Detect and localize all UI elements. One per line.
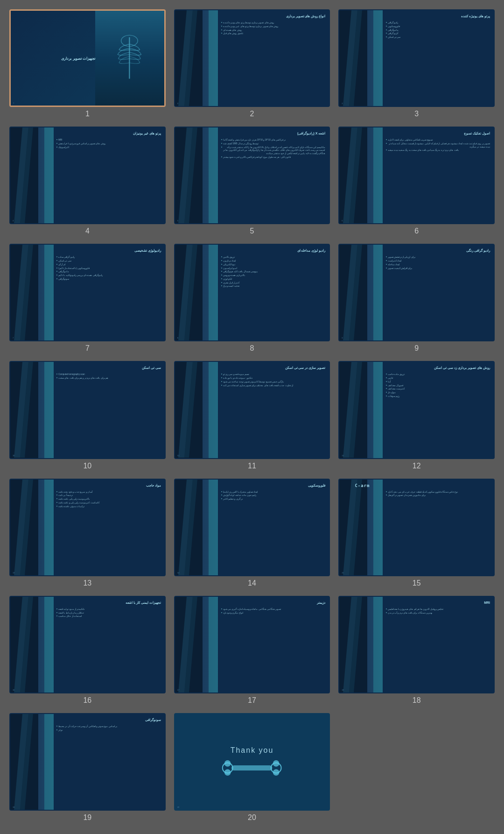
slide-footer: 7: [13, 337, 14, 339]
list-item: استفاده از حائل مناسب: [56, 615, 161, 618]
slide-wrapper-7[interactable]: رادیولوژی تشخیصی رادیو گرافی ساده سی تی …: [9, 244, 166, 353]
slide-wrapper-8[interactable]: رادیو لوژی مداخله ای تزریق باکتین ایجاد …: [174, 244, 330, 353]
slide-wrapper-20[interactable]: Thank you 20 20: [174, 713, 330, 822]
list-item: تزریق باکتین: [221, 256, 325, 259]
bullet-dot: [221, 26, 222, 27]
bullet-dot: [221, 139, 222, 140]
slide-wrapper-4[interactable]: پرتو های غیر یونیزان MRI روش های تصویر ب…: [9, 127, 166, 235]
bullet-dot: [56, 726, 57, 727]
bullet-dot: [221, 264, 222, 265]
bullet-dot: [386, 256, 387, 257]
slide-20[interactable]: Thank you 20: [174, 713, 330, 811]
list-item: مکانیسم: این دستگاه دارای لامپ و کاتد قف…: [221, 146, 325, 155]
slide-number-2: 2: [250, 110, 254, 118]
bullet-dot: [221, 278, 222, 279]
slide-footer: 4: [13, 219, 14, 222]
slide-3[interactable]: پرتو های یونیژه کننده رادیو گرافی فلوروس…: [338, 9, 495, 107]
bullet-dot: [221, 256, 222, 257]
list-item: موارد دار: [386, 391, 490, 395]
slide-16[interactable]: تجهیزات ایمنی کار با اشعه دانکیمتر از من…: [9, 596, 166, 693]
slide-9[interactable]: رادیو گرافی رنگی برای ارزیابی از درخشش ت…: [338, 244, 495, 341]
slide-4[interactable]: پرتو های غیر یونیزان MRI روش های تصویر ب…: [9, 127, 166, 224]
list-item: ماموگرافی: [56, 270, 161, 274]
list-item: بازگین جبس تجمیع توسط کامپیوتر تصویر توج…: [221, 381, 325, 384]
slide-11[interactable]: تصویر سازی در سی تی اسکن جسم میوه قفه و …: [174, 361, 330, 459]
bar-accent: [44, 714, 54, 810]
slide-7[interactable]: رادیولوژی تشخیصی رادیو گرافی ساده سی تی …: [9, 244, 166, 341]
slide-title: رادیو لوژی مداخله ای: [221, 248, 325, 253]
slide-wrapper-9[interactable]: رادیو گرافی رنگی برای ارزیابی از درخشش ت…: [338, 244, 495, 353]
list-item: باکترییومیت زایی پایی باشد باشد: [56, 498, 161, 501]
slide-number-6: 6: [414, 227, 419, 235]
bullet-dot: [221, 377, 222, 378]
slide-content: نوع خاص دستگاه فلورو سکوپی که یک قطعه حر…: [386, 491, 490, 498]
item-text: کنترست مضاعف: [388, 388, 405, 391]
item-text: کاساست کترییومیت رایی پایی و باشد باشد: [58, 502, 99, 505]
bullet-dot: [386, 381, 387, 382]
slide-footer: 20: [177, 806, 179, 808]
slide-number-14: 14: [248, 579, 256, 587]
item-text: مکانیسم: این دستگاه دارای لامپ و کاتد قف…: [223, 146, 325, 155]
slide-wrapper-3[interactable]: پرتو های یونیژه کننده رادیو گرافی فلوروس…: [338, 9, 495, 118]
bullet-dot: [386, 392, 387, 393]
bar-accent: [209, 480, 218, 575]
slide-wrapper-5[interactable]: اشعه X (رادیوگرافی) در فرکانس های 10^18 …: [174, 127, 330, 235]
slide-footer: 13: [13, 572, 14, 574]
slide-wrapper-15[interactable]: C-arm نوع خاص دستگاه فلورو سکوپی که یک ق…: [338, 479, 495, 587]
bullet-dot: [56, 498, 57, 499]
slide-6[interactable]: اصول تفکیک تسوج تسویج ضریب انعکاس متفاوت…: [338, 127, 495, 224]
slide-2[interactable]: انواع روش های تصویر برداری روش های تصویر…: [174, 9, 330, 107]
slide-wrapper-12[interactable]: روش های تصویر برداری زد سی تی اسکن تزریق…: [338, 361, 495, 470]
slide-wrapper-11[interactable]: تصویر سازی در سی تی اسکن جسم میوه قفه و …: [174, 361, 330, 470]
slide-wrapper-13[interactable]: مواد حاجب آسان و سریع جذب و دفع دهند باش…: [9, 479, 166, 587]
item-text: Computed tomography scan: [58, 373, 85, 376]
slide-10[interactable]: سی تی اسکن Computed tomography scan هم ب…: [9, 361, 166, 459]
slide-5[interactable]: اشعه X (رادیوگرافی) در فرکانس های 10^18 …: [174, 127, 330, 224]
slide-wrapper-19[interactable]: سونوگرافی بر اساس موج صوتی و انعکاس آن و…: [9, 713, 166, 822]
bullet-dot: [386, 149, 387, 150]
bullet-dot: [56, 268, 57, 269]
slide-13[interactable]: مواد حاجب آسان و سریع جذب و دفع دهند باش…: [9, 479, 166, 576]
slide-8[interactable]: رادیو لوژی مداخله ای تزریق باکتین ایجاد …: [174, 244, 330, 341]
slide-14[interactable]: فلوروسکوپی ایجاد تصاویر متحرک با اکس ری …: [174, 479, 330, 576]
bullet-dot: [56, 275, 57, 276]
item-text: سی تی اسکن: [388, 36, 401, 39]
slide-number-9: 9: [414, 344, 419, 353]
slide-18[interactable]: MRI تقایص پروفیل اکترون ها هر اتم های هی…: [338, 596, 495, 693]
list-item: باکتریاری هسته ویروس: [221, 274, 325, 277]
item-text: کنترل ادرار مغزی: [223, 282, 240, 285]
slide-wrapper-2[interactable]: انواع روش های تصویر برداری روش های تصویر…: [174, 9, 330, 118]
item-text: استفاده از حائل مناسب: [58, 615, 82, 618]
bullet-dot: [56, 264, 57, 265]
bar-accent: [44, 245, 54, 340]
bullet-dot: [221, 498, 222, 499]
slide-17[interactable]: دزیمتر تصویر هنگامی هنگامی ماهانه و وسیل…: [174, 596, 330, 693]
slide-wrapper-17[interactable]: دزیمتر تصویر هنگامی هنگامی ماهانه و وسیل…: [174, 596, 330, 705]
bullet-dot: [221, 29, 222, 30]
slide-wrapper-6[interactable]: اصول تفکیک تسوج تسویج ضریب انعکاس متفاوت…: [338, 127, 495, 235]
bullet-dot: [221, 271, 222, 272]
slide-wrapper-18[interactable]: MRI تقایص پروفیل اکترون ها هر اتم های هی…: [338, 596, 495, 705]
slide-15[interactable]: C-arm نوع خاص دستگاه فلورو سکوپی که یک ق…: [338, 479, 495, 576]
item-text: بازگین جبس تجمیع توسط کامپیوتر تصویر توج…: [223, 381, 284, 384]
list-item: برای ماتبورین همزمان تصویر در آلو بعل: [386, 494, 490, 497]
list-item: آنژیو گرافی: [386, 32, 490, 35]
slide-wrapper-16[interactable]: تجهیزات ایمنی کار با اشعه دانکیمتر از من…: [9, 596, 166, 705]
bullet-dot: [221, 491, 222, 492]
slide-wrapper-1[interactable]: تجهیزات تصویر برداری 1 1: [9, 9, 166, 118]
slide-12[interactable]: روش های تصویر برداری زد سی تی اسکن تزریق…: [338, 361, 495, 459]
item-text: دولر: [58, 729, 63, 732]
bullet-dot: [56, 256, 57, 257]
bar-accent: [209, 362, 218, 458]
slide-number-13: 13: [83, 579, 91, 587]
list-item: ایجاد تصاویر متحرک با اکس ری (داینه): [221, 491, 325, 494]
item-text: ام آر آی: [58, 263, 65, 267]
item-text: رژیم سوفات: [388, 395, 399, 398]
slide-wrapper-14[interactable]: فلوروسکوپی ایجاد تصاویر متحرک با اکس ری …: [174, 479, 330, 587]
slide-19[interactable]: سونوگرافی بر اساس موج صوتی و انعکاس آن و…: [9, 713, 166, 811]
slide-wrapper-10[interactable]: سی تی اسکن Computed tomography scan هم ب…: [9, 361, 166, 470]
ribcage-svg: [109, 22, 150, 93]
slide-content: آسان و سریع جذب و دفع دهند باشد ترجیحاً …: [56, 491, 161, 509]
slide-1[interactable]: تجهیزات تصویر برداری 1: [9, 9, 166, 107]
list-item: التراسونیک: [56, 146, 161, 149]
